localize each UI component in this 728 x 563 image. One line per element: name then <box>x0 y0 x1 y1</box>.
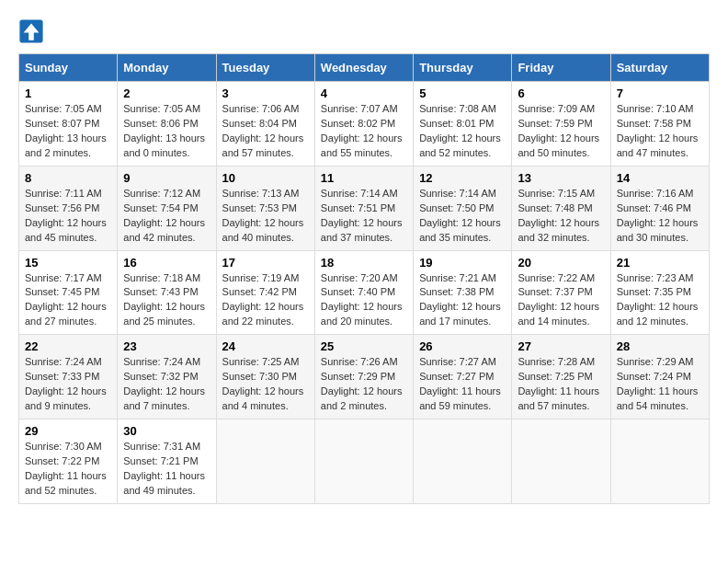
day-number: 28 <box>617 339 703 353</box>
day-info: Sunrise: 7:16 AMSunset: 7:46 PMDaylight:… <box>617 187 703 246</box>
weekday-header-saturday: Saturday <box>610 54 709 82</box>
logo <box>18 18 48 44</box>
day-info: Sunrise: 7:14 AMSunset: 7:50 PMDaylight:… <box>419 187 506 246</box>
day-info: Sunrise: 7:21 AMSunset: 7:38 PMDaylight:… <box>419 271 506 330</box>
day-info: Sunrise: 7:29 AMSunset: 7:24 PMDaylight:… <box>617 355 703 414</box>
day-cell-7: 7Sunrise: 7:10 AMSunset: 7:58 PMDaylight… <box>610 82 709 167</box>
weekday-header-sunday: Sunday <box>19 54 118 82</box>
day-number: 18 <box>321 256 407 270</box>
day-cell-4: 4Sunrise: 7:07 AMSunset: 8:02 PMDaylight… <box>314 82 413 167</box>
day-info: Sunrise: 7:05 AMSunset: 8:06 PMDaylight:… <box>123 102 210 161</box>
day-cell-28: 28Sunrise: 7:29 AMSunset: 7:24 PMDayligh… <box>610 335 709 419</box>
day-cell-29: 29Sunrise: 7:30 AMSunset: 7:22 PMDayligh… <box>19 419 118 504</box>
day-cell-23: 23Sunrise: 7:24 AMSunset: 7:32 PMDayligh… <box>118 335 216 419</box>
day-info: Sunrise: 7:06 AMSunset: 8:04 PMDaylight:… <box>222 102 309 161</box>
day-info: Sunrise: 7:28 AMSunset: 7:25 PMDaylight:… <box>518 355 604 414</box>
empty-cell <box>414 419 512 504</box>
day-cell-10: 10Sunrise: 7:13 AMSunset: 7:53 PMDayligh… <box>216 166 314 250</box>
day-number: 19 <box>419 256 506 270</box>
day-info: Sunrise: 7:12 AMSunset: 7:54 PMDaylight:… <box>123 187 210 246</box>
weekday-header-thursday: Thursday <box>414 54 512 82</box>
day-cell-9: 9Sunrise: 7:12 AMSunset: 7:54 PMDaylight… <box>118 166 216 250</box>
day-cell-17: 17Sunrise: 7:19 AMSunset: 7:42 PMDayligh… <box>216 250 314 335</box>
calendar-table: SundayMondayTuesdayWednesdayThursdayFrid… <box>18 53 710 504</box>
day-number: 24 <box>222 339 309 353</box>
day-cell-15: 15Sunrise: 7:17 AMSunset: 7:45 PMDayligh… <box>19 250 118 335</box>
day-cell-20: 20Sunrise: 7:22 AMSunset: 7:37 PMDayligh… <box>512 250 610 335</box>
day-cell-3: 3Sunrise: 7:06 AMSunset: 8:04 PMDaylight… <box>216 82 314 167</box>
day-number: 17 <box>222 256 309 270</box>
day-cell-14: 14Sunrise: 7:16 AMSunset: 7:46 PMDayligh… <box>610 166 709 250</box>
day-number: 4 <box>321 86 407 100</box>
day-cell-16: 16Sunrise: 7:18 AMSunset: 7:43 PMDayligh… <box>118 250 216 335</box>
day-cell-27: 27Sunrise: 7:28 AMSunset: 7:25 PMDayligh… <box>512 335 610 419</box>
day-cell-12: 12Sunrise: 7:14 AMSunset: 7:50 PMDayligh… <box>414 166 512 250</box>
day-number: 6 <box>518 86 604 100</box>
day-info: Sunrise: 7:09 AMSunset: 7:59 PMDaylight:… <box>518 102 604 161</box>
day-cell-13: 13Sunrise: 7:15 AMSunset: 7:48 PMDayligh… <box>512 166 610 250</box>
day-cell-24: 24Sunrise: 7:25 AMSunset: 7:30 PMDayligh… <box>216 335 314 419</box>
day-info: Sunrise: 7:31 AMSunset: 7:21 PMDaylight:… <box>123 440 210 499</box>
day-cell-8: 8Sunrise: 7:11 AMSunset: 7:56 PMDaylight… <box>19 166 118 250</box>
day-cell-6: 6Sunrise: 7:09 AMSunset: 7:59 PMDaylight… <box>512 82 610 167</box>
week-row-1: 1Sunrise: 7:05 AMSunset: 8:07 PMDaylight… <box>19 82 710 167</box>
day-info: Sunrise: 7:22 AMSunset: 7:37 PMDaylight:… <box>518 271 604 330</box>
empty-cell <box>314 419 413 504</box>
weekday-header-row: SundayMondayTuesdayWednesdayThursdayFrid… <box>19 54 710 82</box>
day-number: 21 <box>617 256 703 270</box>
weekday-header-monday: Monday <box>118 54 216 82</box>
day-cell-18: 18Sunrise: 7:20 AMSunset: 7:40 PMDayligh… <box>314 250 413 335</box>
week-row-2: 8Sunrise: 7:11 AMSunset: 7:56 PMDaylight… <box>19 166 710 250</box>
day-number: 13 <box>518 171 604 185</box>
day-number: 22 <box>25 339 111 353</box>
day-info: Sunrise: 7:13 AMSunset: 7:53 PMDaylight:… <box>222 187 309 246</box>
weekday-header-friday: Friday <box>512 54 610 82</box>
day-number: 15 <box>25 256 111 270</box>
day-number: 14 <box>617 171 703 185</box>
empty-cell <box>216 419 314 504</box>
day-number: 8 <box>25 171 111 185</box>
day-cell-5: 5Sunrise: 7:08 AMSunset: 8:01 PMDaylight… <box>414 82 512 167</box>
day-number: 29 <box>25 424 111 438</box>
day-cell-21: 21Sunrise: 7:23 AMSunset: 7:35 PMDayligh… <box>610 250 709 335</box>
day-info: Sunrise: 7:18 AMSunset: 7:43 PMDaylight:… <box>123 271 210 330</box>
week-row-4: 22Sunrise: 7:24 AMSunset: 7:33 PMDayligh… <box>19 335 710 419</box>
day-info: Sunrise: 7:27 AMSunset: 7:27 PMDaylight:… <box>419 355 506 414</box>
day-info: Sunrise: 7:15 AMSunset: 7:48 PMDaylight:… <box>518 187 604 246</box>
day-info: Sunrise: 7:25 AMSunset: 7:30 PMDaylight:… <box>222 355 309 414</box>
day-cell-25: 25Sunrise: 7:26 AMSunset: 7:29 PMDayligh… <box>314 335 413 419</box>
day-number: 5 <box>419 86 506 100</box>
day-number: 16 <box>123 256 210 270</box>
day-number: 23 <box>123 339 210 353</box>
day-info: Sunrise: 7:05 AMSunset: 8:07 PMDaylight:… <box>25 102 111 161</box>
day-number: 7 <box>617 86 703 100</box>
day-number: 1 <box>25 86 111 100</box>
day-number: 30 <box>123 424 210 438</box>
day-number: 26 <box>419 339 506 353</box>
week-row-5: 29Sunrise: 7:30 AMSunset: 7:22 PMDayligh… <box>19 419 710 504</box>
day-info: Sunrise: 7:19 AMSunset: 7:42 PMDaylight:… <box>222 271 309 330</box>
logo-icon <box>18 18 44 44</box>
day-info: Sunrise: 7:17 AMSunset: 7:45 PMDaylight:… <box>25 271 111 330</box>
day-info: Sunrise: 7:11 AMSunset: 7:56 PMDaylight:… <box>25 187 111 246</box>
empty-cell <box>512 419 610 504</box>
day-number: 25 <box>321 339 407 353</box>
day-cell-19: 19Sunrise: 7:21 AMSunset: 7:38 PMDayligh… <box>414 250 512 335</box>
day-number: 27 <box>518 339 604 353</box>
day-info: Sunrise: 7:07 AMSunset: 8:02 PMDaylight:… <box>321 102 407 161</box>
weekday-header-wednesday: Wednesday <box>314 54 413 82</box>
day-cell-26: 26Sunrise: 7:27 AMSunset: 7:27 PMDayligh… <box>414 335 512 419</box>
day-info: Sunrise: 7:30 AMSunset: 7:22 PMDaylight:… <box>25 440 111 499</box>
day-info: Sunrise: 7:23 AMSunset: 7:35 PMDaylight:… <box>617 271 703 330</box>
day-cell-11: 11Sunrise: 7:14 AMSunset: 7:51 PMDayligh… <box>314 166 413 250</box>
day-info: Sunrise: 7:24 AMSunset: 7:33 PMDaylight:… <box>25 355 111 414</box>
day-info: Sunrise: 7:08 AMSunset: 8:01 PMDaylight:… <box>419 102 506 161</box>
day-info: Sunrise: 7:10 AMSunset: 7:58 PMDaylight:… <box>617 102 703 161</box>
day-info: Sunrise: 7:24 AMSunset: 7:32 PMDaylight:… <box>123 355 210 414</box>
week-row-3: 15Sunrise: 7:17 AMSunset: 7:45 PMDayligh… <box>19 250 710 335</box>
day-number: 12 <box>419 171 506 185</box>
day-cell-22: 22Sunrise: 7:24 AMSunset: 7:33 PMDayligh… <box>19 335 118 419</box>
day-info: Sunrise: 7:26 AMSunset: 7:29 PMDaylight:… <box>321 355 407 414</box>
day-number: 3 <box>222 86 309 100</box>
day-number: 9 <box>123 171 210 185</box>
